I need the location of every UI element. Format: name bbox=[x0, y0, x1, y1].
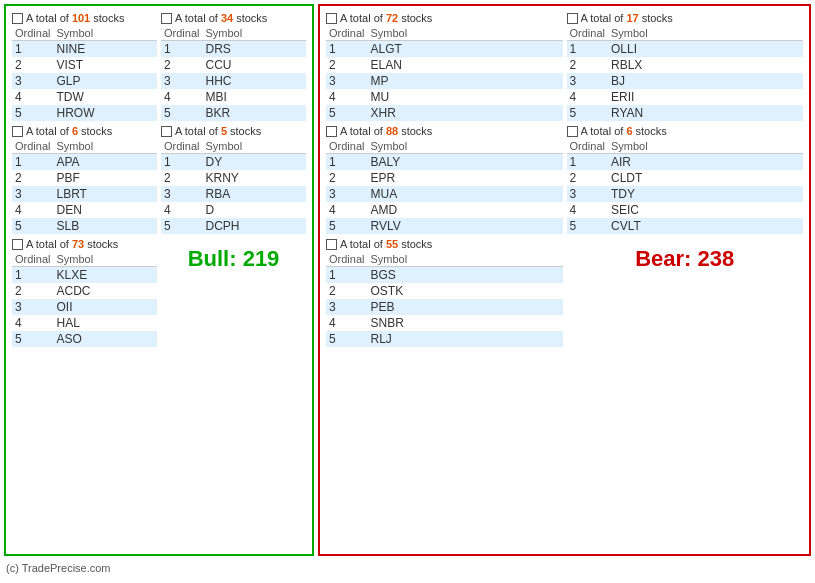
bull-group-5-table: Ordinal Symbol 1KLXE2ACDC3OII4HAL5ASO bbox=[12, 252, 157, 347]
table-row: 1BGS bbox=[326, 267, 563, 284]
bear-col-header-ordinal-1: Ordinal bbox=[326, 26, 367, 41]
symbol-cell: HHC bbox=[202, 73, 306, 89]
symbol-cell: TDW bbox=[53, 89, 157, 105]
symbol-cell: XHR bbox=[367, 105, 562, 121]
ordinal-cell: 3 bbox=[12, 186, 53, 202]
bear-group-3-title: A total of 88 stocks bbox=[340, 125, 432, 137]
bull-group-5-checkbox[interactable] bbox=[12, 239, 23, 250]
bear-group-4-header: A total of 6 stocks bbox=[567, 125, 804, 137]
bear-group-1-table: Ordinal Symbol 1ALGT2ELAN3MP4MU5XHR bbox=[326, 26, 563, 121]
symbol-cell: OII bbox=[53, 299, 157, 315]
bear-group-5-table: Ordinal Symbol 1BGS2OSTK3PEB4SNBR5RLJ bbox=[326, 252, 563, 347]
table-row: 4HAL bbox=[12, 315, 157, 331]
bull-group-3-checkbox[interactable] bbox=[12, 126, 23, 137]
ordinal-cell: 5 bbox=[12, 331, 53, 347]
symbol-cell: SLB bbox=[53, 218, 157, 234]
bull-number: 219 bbox=[243, 246, 280, 271]
col-header-symbol-3: Symbol bbox=[53, 139, 157, 154]
symbol-cell: ERII bbox=[608, 89, 803, 105]
bull-group-1-table: Ordinal Symbol 1NINE2VIST3GLP4TDW5HROW bbox=[12, 26, 157, 121]
symbol-cell: NINE bbox=[53, 41, 157, 58]
bull-top-row: A total of 101 stocks Ordinal Symbol 1NI… bbox=[10, 10, 308, 123]
col-header-ordinal-2: Ordinal bbox=[161, 26, 202, 41]
bear-content: A total of 72 stocks Ordinal Symbol 1ALG… bbox=[324, 10, 805, 349]
symbol-cell: DRS bbox=[202, 41, 306, 58]
table-row: 4AMD bbox=[326, 202, 563, 218]
table-row: 4MU bbox=[326, 89, 563, 105]
ordinal-cell: 2 bbox=[567, 57, 608, 73]
bear-group-2-checkbox[interactable] bbox=[567, 13, 578, 24]
symbol-cell: KRNY bbox=[202, 170, 306, 186]
bull-group-2-title: A total of 34 stocks bbox=[175, 12, 267, 24]
ordinal-cell: 4 bbox=[326, 89, 367, 105]
bear-mid-row: A total of 88 stocks Ordinal Symbol 1BAL… bbox=[324, 123, 805, 236]
symbol-cell: OLLI bbox=[608, 41, 803, 58]
symbol-cell: BKR bbox=[202, 105, 306, 121]
table-row: 4SNBR bbox=[326, 315, 563, 331]
bear-group-3-checkbox[interactable] bbox=[326, 126, 337, 137]
bear-group-4-checkbox[interactable] bbox=[567, 126, 578, 137]
bear-group-4-table: Ordinal Symbol 1AIR2CLDT3TDY4SEIC5CVLT bbox=[567, 139, 804, 234]
bear-col-header-ordinal-4: Ordinal bbox=[567, 139, 608, 154]
table-row: 2OSTK bbox=[326, 283, 563, 299]
ordinal-cell: 5 bbox=[161, 218, 202, 234]
bull-group-1-checkbox[interactable] bbox=[12, 13, 23, 24]
bull-group-4-checkbox[interactable] bbox=[161, 126, 172, 137]
bear-group-3: A total of 88 stocks Ordinal Symbol 1BAL… bbox=[324, 123, 565, 236]
bear-group-5-count: 55 bbox=[386, 238, 398, 250]
bull-panel: A total of 101 stocks Ordinal Symbol 1NI… bbox=[4, 4, 314, 556]
bull-group-5-title: A total of 73 stocks bbox=[26, 238, 118, 250]
ordinal-cell: 2 bbox=[326, 170, 367, 186]
ordinal-cell: 1 bbox=[161, 41, 202, 58]
ordinal-cell: 5 bbox=[161, 105, 202, 121]
bear-group-2: A total of 17 stocks Ordinal Symbol 1OLL… bbox=[565, 10, 806, 123]
ordinal-cell: 2 bbox=[161, 170, 202, 186]
table-row: 3HHC bbox=[161, 73, 306, 89]
symbol-cell: OSTK bbox=[367, 283, 562, 299]
bear-number: 238 bbox=[698, 246, 735, 271]
ordinal-cell: 3 bbox=[567, 73, 608, 89]
bull-group-5: A total of 73 stocks Ordinal Symbol 1KLX… bbox=[10, 236, 159, 349]
main-container: A total of 101 stocks Ordinal Symbol 1NI… bbox=[0, 0, 815, 560]
table-row: 1DY bbox=[161, 154, 306, 171]
table-row: 2CCU bbox=[161, 57, 306, 73]
symbol-cell: KLXE bbox=[53, 267, 157, 284]
bear-group-5-checkbox[interactable] bbox=[326, 239, 337, 250]
table-row: 2CLDT bbox=[567, 170, 804, 186]
bull-group-2-checkbox[interactable] bbox=[161, 13, 172, 24]
bull-group-2: A total of 34 stocks Ordinal Symbol 1DRS… bbox=[159, 10, 308, 123]
table-row: 3GLP bbox=[12, 73, 157, 89]
symbol-cell: HAL bbox=[53, 315, 157, 331]
symbol-cell: MU bbox=[367, 89, 562, 105]
ordinal-cell: 3 bbox=[161, 186, 202, 202]
symbol-cell: DCPH bbox=[202, 218, 306, 234]
ordinal-cell: 2 bbox=[12, 283, 53, 299]
table-row: 4D bbox=[161, 202, 306, 218]
table-row: 1AIR bbox=[567, 154, 804, 171]
bear-group-1-checkbox[interactable] bbox=[326, 13, 337, 24]
symbol-cell: AIR bbox=[608, 154, 803, 171]
bear-group-3-header: A total of 88 stocks bbox=[326, 125, 563, 137]
table-row: 2ACDC bbox=[12, 283, 157, 299]
ordinal-cell: 4 bbox=[567, 89, 608, 105]
bull-group-4-header: A total of 5 stocks bbox=[161, 125, 306, 137]
symbol-cell: MBI bbox=[202, 89, 306, 105]
table-row: 1OLLI bbox=[567, 41, 804, 58]
bull-group-1-header: A total of 101 stocks bbox=[12, 12, 157, 24]
bear-group-4-title: A total of 6 stocks bbox=[581, 125, 667, 137]
ordinal-cell: 5 bbox=[12, 218, 53, 234]
bull-label-area: Bull: 219 bbox=[159, 236, 308, 349]
ordinal-cell: 2 bbox=[161, 57, 202, 73]
ordinal-cell: 5 bbox=[12, 105, 53, 121]
symbol-cell: PEB bbox=[367, 299, 562, 315]
table-row: 1NINE bbox=[12, 41, 157, 58]
ordinal-cell: 3 bbox=[326, 299, 367, 315]
table-row: 5HROW bbox=[12, 105, 157, 121]
ordinal-cell: 2 bbox=[326, 57, 367, 73]
bear-panel: A total of 72 stocks Ordinal Symbol 1ALG… bbox=[318, 4, 811, 556]
bull-group-4-table: Ordinal Symbol 1DY2KRNY3RBA4D5DCPH bbox=[161, 139, 306, 234]
footer-text: (c) TradePrecise.com bbox=[6, 562, 111, 574]
symbol-cell: ALGT bbox=[367, 41, 562, 58]
symbol-cell: APA bbox=[53, 154, 157, 171]
table-row: 3MUA bbox=[326, 186, 563, 202]
